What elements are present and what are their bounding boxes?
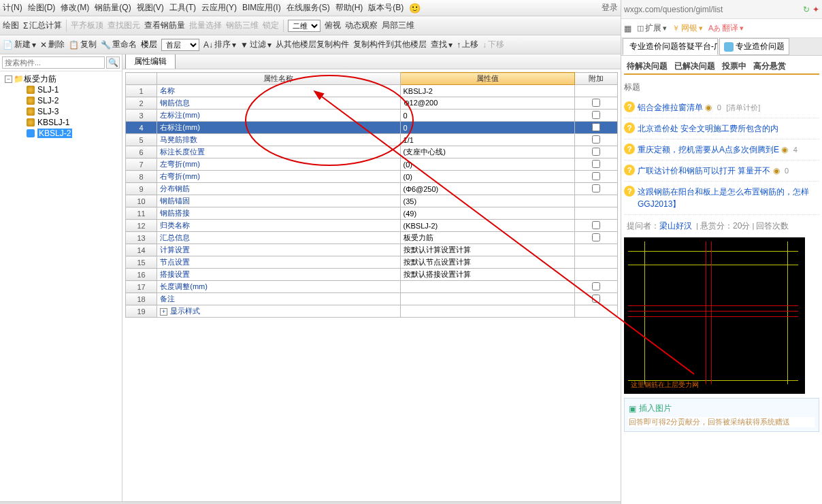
tree-leaf[interactable]: SLJ-2 xyxy=(2,95,120,106)
question-link[interactable]: 广联达计价和钢筋可以打开 算量开不 xyxy=(638,166,770,175)
add-checkbox[interactable] xyxy=(592,135,600,144)
prop-value[interactable]: (0) xyxy=(400,171,574,183)
prop-value[interactable]: 按默认计算设置计算 xyxy=(400,244,574,256)
prop-value[interactable]: (35) xyxy=(400,195,574,207)
menu-item[interactable]: 钢筋量(Q) xyxy=(95,2,131,14)
tb-rebar3d[interactable]: 钢筋三维 xyxy=(226,20,259,31)
url-text[interactable]: wxgx.com/question/giml/list xyxy=(624,5,800,14)
property-row[interactable]: 10钢筋锚固(35) xyxy=(126,195,618,207)
refresh-icon[interactable]: ↻ xyxy=(803,5,810,14)
prop-value[interactable]: (支座中心线) xyxy=(400,146,574,158)
tb-find-ele[interactable]: 查找图元 xyxy=(108,20,140,31)
property-row[interactable]: 12归类名称(KBSLJ-2) xyxy=(126,220,618,232)
prop-value[interactable]: KBSLJ-2 xyxy=(400,85,574,97)
tb-down[interactable]: ↓ 下移 xyxy=(482,39,504,50)
search-input[interactable] xyxy=(2,56,105,69)
prop-value[interactable]: 板受力筋 xyxy=(400,232,574,244)
prop-value[interactable]: ⊕12@200 xyxy=(400,97,574,110)
menu-item[interactable]: 修改(M) xyxy=(61,2,89,14)
cad-thumbnail[interactable]: 这里钢筋在上层受力网 xyxy=(624,237,805,394)
tb-copy[interactable]: 📋 复制 xyxy=(69,39,97,50)
add-checkbox[interactable] xyxy=(592,172,600,180)
menu-item[interactable]: 版本号(B) xyxy=(368,2,404,14)
menu-item[interactable]: 云应用(Y) xyxy=(201,2,237,14)
add-checkbox[interactable] xyxy=(592,123,600,131)
add-checkbox[interactable] xyxy=(592,295,600,303)
tb-local3d[interactable]: 局部三维 xyxy=(382,20,414,31)
property-row[interactable]: 9分布钢筋(Φ6@250) xyxy=(126,183,618,195)
component-tree[interactable]: − 📁 板受力筋 SLJ-1SLJ-2SLJ-3KBSLJ-1KBSLJ-2 xyxy=(0,71,122,504)
menu-item[interactable]: BIM应用(I) xyxy=(242,2,281,14)
tb-copy-to[interactable]: 复制构件到其他楼层 xyxy=(353,39,427,50)
tree-leaf[interactable]: SLJ-1 xyxy=(2,84,120,95)
tree-root[interactable]: − 📁 板受力筋 xyxy=(2,73,120,84)
property-row[interactable]: 2钢筋信息⊕12@200 xyxy=(126,97,618,110)
property-row[interactable]: 1名称KBSLJ-2 xyxy=(126,85,618,97)
tree-leaf[interactable]: SLJ-3 xyxy=(2,106,120,117)
ext-extensions[interactable]: ◫ 扩展 ▾ xyxy=(637,22,667,34)
prop-value[interactable] xyxy=(400,305,574,318)
tb-sum[interactable]: Σ 汇总计算 xyxy=(23,20,62,31)
question-link[interactable]: 北京造价处 安全文明施工费所包含的内 xyxy=(638,124,778,133)
collapse-icon[interactable]: − xyxy=(5,75,12,83)
menu-item[interactable]: 工具(T) xyxy=(169,2,196,14)
property-row[interactable]: 6标注长度位置(支座中心线) xyxy=(126,146,618,158)
menu-item[interactable]: 帮助(H) xyxy=(335,2,363,14)
menu-item[interactable]: 计(N) xyxy=(3,2,22,14)
question-item[interactable]: ?广联达计价和钢筋可以打开 算量开不 ◉ 0 xyxy=(624,161,819,182)
nav-reward[interactable]: 高分悬赏 xyxy=(753,61,786,72)
property-row[interactable]: 15节点设置按默认节点设置计算 xyxy=(126,256,618,269)
property-row[interactable]: 3左标注(mm)0 xyxy=(126,110,618,122)
property-row[interactable]: 4右标注(mm)0 xyxy=(126,122,618,134)
property-row[interactable]: 7左弯折(mm)(0) xyxy=(126,158,618,171)
ext-translate[interactable]: Aあ 翻译 ▾ xyxy=(708,22,744,34)
tb-batch[interactable]: 批量选择 xyxy=(189,20,222,31)
tb-find[interactable]: 查找 ▾ xyxy=(431,39,453,50)
asker-name[interactable]: 梁山好汉 xyxy=(659,221,692,231)
property-row[interactable]: 19+显示样式 xyxy=(126,305,618,318)
question-link[interactable]: 铝合金推拉窗清单 xyxy=(638,103,703,112)
menu-item[interactable]: 视图(V) xyxy=(137,2,164,14)
tb-sort[interactable]: A↓ 排序 ▾ xyxy=(203,39,236,50)
question-item[interactable]: ?北京造价处 安全文明施工费所包含的内 xyxy=(624,118,819,139)
search-button[interactable]: 🔍 xyxy=(106,56,120,69)
tb-delete[interactable]: ✕ 删除 xyxy=(40,39,65,50)
bookmark-icon[interactable]: ✦ xyxy=(812,5,819,14)
tb-lock[interactable]: 锁定 xyxy=(263,20,279,31)
add-checkbox[interactable] xyxy=(592,233,600,241)
tb-filter[interactable]: ▼ 过滤 ▾ xyxy=(240,39,272,50)
floor-select[interactable]: 首层 xyxy=(161,39,199,51)
tb-orbit[interactable]: 动态观察 xyxy=(345,20,378,31)
add-checkbox[interactable] xyxy=(592,160,600,168)
browser-tab-2[interactable]: 专业造价问题 xyxy=(719,38,789,55)
prop-value[interactable]: 0 xyxy=(400,110,574,122)
property-row[interactable]: 5马凳筋排数1/1 xyxy=(126,134,618,146)
property-row[interactable]: 14计算设置按默认计算设置计算 xyxy=(126,244,618,256)
menu-item[interactable]: 绘图(D) xyxy=(28,2,56,14)
property-row[interactable]: 17长度调整(mm) xyxy=(126,281,618,293)
property-row[interactable]: 16搭接设置按默认搭接设置计算 xyxy=(126,269,618,281)
tb-copy-from[interactable]: 从其他楼层复制构件 xyxy=(276,39,349,50)
tree-leaf[interactable]: KBSLJ-1 xyxy=(2,117,120,128)
property-row[interactable]: 11钢筋搭接(49) xyxy=(126,207,618,220)
add-checkbox[interactable] xyxy=(592,148,600,156)
tb-view-rebar[interactable]: 查看钢筋量 xyxy=(144,20,185,31)
add-checkbox[interactable] xyxy=(592,99,600,107)
add-checkbox[interactable] xyxy=(592,221,600,229)
view-mode-select[interactable]: 二维 xyxy=(288,20,320,32)
add-checkbox[interactable] xyxy=(592,282,600,290)
question-item[interactable]: ?铝合金推拉窗清单 ◉ 0 [清单计价] xyxy=(624,97,819,118)
ext-bank[interactable]: ￥ 网银 ▾ xyxy=(672,22,703,34)
nav-voting[interactable]: 投票中 xyxy=(722,61,746,72)
insert-image-header[interactable]: ▣ 插入图片 xyxy=(629,403,815,414)
prop-value[interactable]: (Φ6@250) xyxy=(400,183,574,195)
tab-property-edit[interactable]: 属性编辑 xyxy=(125,54,176,69)
expand-icon[interactable]: + xyxy=(160,308,167,316)
prop-value[interactable]: 按默认节点设置计算 xyxy=(400,256,574,269)
property-row[interactable]: 18备注 xyxy=(126,293,618,305)
prop-value[interactable]: 按默认搭接设置计算 xyxy=(400,269,574,281)
add-checkbox[interactable] xyxy=(592,111,600,119)
login-link[interactable]: 登录 xyxy=(602,2,618,14)
prop-value[interactable]: (KBSLJ-2) xyxy=(400,220,574,232)
menu-item[interactable]: 在线服务(S) xyxy=(286,2,330,14)
